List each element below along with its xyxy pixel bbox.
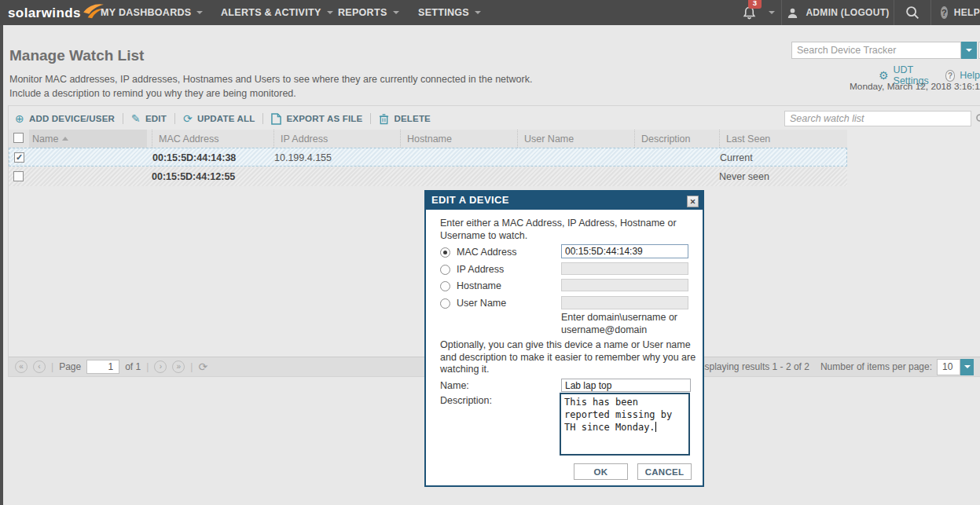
column-label: Hostname	[407, 134, 452, 145]
column-header-lastseen[interactable]: Last Seen	[719, 130, 770, 148]
nav-alerts-activity[interactable]: ALERTS & ACTIVITY	[221, 0, 333, 25]
column-header-ip[interactable]: IP Address	[273, 130, 328, 148]
next-page-button[interactable]: ›	[154, 360, 167, 373]
username-radio[interactable]	[440, 298, 450, 309]
row-checkbox[interactable]	[13, 171, 24, 181]
last-page-button[interactable]: »	[172, 360, 185, 373]
cell-lastseen: Current	[720, 148, 753, 167]
button-label: EDIT	[145, 114, 167, 123]
device-name-input[interactable]	[561, 379, 691, 392]
items-per-page-select[interactable]: 10	[937, 359, 960, 375]
column-header-name[interactable]: Name	[32, 130, 68, 148]
description-textarea[interactable]: This has been reported missing by TH sin…	[560, 393, 690, 456]
name-label: Name:	[440, 380, 469, 391]
add-device-user-button[interactable]: ⊕ ADD DEVICE/USER	[15, 113, 115, 124]
pagination-summary: Displaying results 1 - 2 of 2 Number of …	[696, 359, 974, 375]
cell-mac: 00:15:5D:44:14:38	[152, 148, 236, 167]
cell-ip: 10.199.4.155	[274, 148, 332, 167]
screen: solarwinds MY DASHBOARDS ALERTS & ACTIVI…	[0, 0, 980, 505]
divider	[123, 113, 123, 124]
document-icon	[271, 113, 281, 125]
nav-my-dashboards[interactable]: MY DASHBOARDS	[101, 0, 203, 25]
solarwinds-logo[interactable]: solarwinds	[8, 2, 105, 21]
edit-device-modal: EDIT A DEVICE ✕ Enter either a MAC Addre…	[424, 190, 704, 487]
header-help-link[interactable]: Help	[960, 70, 980, 81]
pencil-icon: ✎	[131, 113, 141, 124]
chevron-down-icon	[769, 11, 775, 14]
chevron-down-icon	[475, 11, 481, 14]
username-input	[561, 296, 688, 309]
mac-address-radio[interactable]	[440, 247, 450, 258]
global-search-button[interactable]	[894, 0, 930, 25]
nav-label: MY DASHBOARDS	[101, 7, 191, 18]
user-label: ADMIN (LOGOUT)	[806, 7, 889, 18]
description-text: This has been reported missing by TH sin…	[564, 397, 678, 433]
button-label: DELETE	[394, 114, 431, 123]
search-icon	[904, 4, 921, 21]
help-label: HELP	[954, 7, 980, 18]
export-as-file-button[interactable]: EXPORT AS FILE	[271, 113, 362, 125]
update-all-button[interactable]: ⟳ UPDATE ALL	[183, 113, 255, 124]
current-datetime: Monday, March 12, 2018 3:16:11 PM	[850, 81, 980, 92]
cancel-button[interactable]: CANCEL	[637, 463, 692, 480]
gear-icon: ⚙	[879, 69, 889, 82]
notifications-button[interactable]: 3	[729, 0, 781, 25]
logo-text: solarwinds	[8, 5, 81, 21]
column-header-hostname[interactable]: Hostname	[400, 130, 452, 148]
trash-icon	[379, 113, 389, 125]
chevron-down-icon	[393, 11, 399, 14]
ip-address-input	[561, 262, 688, 275]
username-hint-text: Enter domain\username or username@domain	[561, 312, 696, 336]
hostname-radio[interactable]	[440, 281, 450, 291]
hostname-input	[561, 279, 688, 291]
modal-intro-text: Enter either a MAC Address, IP Address, …	[440, 218, 693, 242]
search-icon[interactable]	[974, 112, 980, 125]
ip-address-radio[interactable]	[440, 265, 450, 275]
refresh-icon: ⟳	[183, 113, 193, 124]
divider: |	[190, 361, 193, 372]
user-menu[interactable]: ADMIN (LOGOUT)	[782, 0, 894, 25]
table-row[interactable]: 00:15:5D:44:14:38 10.199.4.155 Current	[9, 148, 847, 167]
edit-button[interactable]: ✎ EDIT	[131, 113, 167, 124]
page-title: Manage Watch List	[9, 47, 144, 64]
column-header-description[interactable]: Description	[634, 130, 691, 148]
table-row[interactable]: 00:15:5D:44:12:55 Never seen	[9, 167, 847, 186]
search-device-tracker-input[interactable]	[791, 42, 961, 59]
description-label: Description:	[440, 395, 492, 406]
nav-settings[interactable]: SETTINGS	[418, 0, 481, 25]
row-checkbox[interactable]	[14, 152, 24, 163]
close-icon[interactable]: ✕	[687, 196, 699, 207]
chevron-down-icon	[196, 11, 203, 14]
page-of-label: of 1	[125, 361, 141, 372]
tracker-search-dropdown-button[interactable]	[961, 42, 977, 59]
radio-row-username: User Name	[440, 297, 506, 309]
column-header-mac[interactable]: MAC Address	[152, 130, 218, 148]
mac-address-input[interactable]	[561, 244, 688, 258]
prev-page-button[interactable]: ‹	[33, 360, 46, 373]
items-per-page-dropdown-button[interactable]	[960, 359, 974, 375]
column-label: User Name	[524, 134, 574, 145]
select-all-checkbox[interactable]	[13, 133, 24, 143]
nav-reports[interactable]: REPORTS	[338, 0, 399, 25]
chevron-down-icon	[327, 11, 333, 14]
button-label: UPDATE ALL	[197, 114, 255, 123]
refresh-icon[interactable]: ⟳	[198, 360, 207, 373]
nav-label: REPORTS	[338, 7, 387, 18]
watchlist-toolbar: ⊕ ADD DEVICE/USER ✎ EDIT ⟳ UPDATE ALL EX…	[15, 110, 431, 127]
search-watch-list-input[interactable]	[784, 111, 971, 126]
cell-mac: 00:15:5D:44:12:55	[152, 167, 235, 186]
first-page-button[interactable]: «	[15, 360, 28, 373]
column-label: Name	[32, 134, 58, 145]
left-edge-strip	[0, 25, 3, 505]
help-question-icon: ?	[945, 70, 956, 82]
delete-button[interactable]: DELETE	[379, 113, 431, 125]
ok-button[interactable]: OK	[574, 463, 628, 480]
radio-label: MAC Address	[457, 247, 516, 258]
page-number-input[interactable]	[86, 360, 119, 374]
help-button[interactable]: ? HELP	[931, 0, 980, 25]
nav-label: ALERTS & ACTIVITY	[221, 7, 321, 18]
divider	[262, 113, 263, 124]
column-header-username[interactable]: User Name	[517, 130, 574, 148]
page-description-line1: Monitor MAC addresses, IP addresses, Hos…	[9, 72, 532, 86]
radio-row-mac: MAC Address	[440, 246, 516, 258]
